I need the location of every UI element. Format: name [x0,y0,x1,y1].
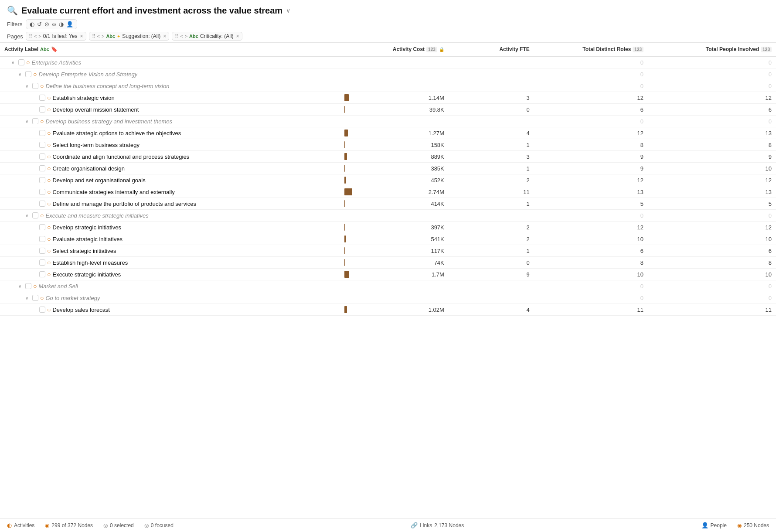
fte-value: 1 [449,245,534,257]
row-checkbox[interactable] [39,259,45,266]
activity-name-text[interactable]: Coordinate and align functional and proc… [52,153,189,160]
row-checkbox[interactable] [32,83,38,89]
table-row: ∨○Develop Enterprise Vision and Strategy… [0,68,776,80]
page-nav-left-1[interactable]: < [34,34,37,39]
page-nav-right-3[interactable]: > [185,34,187,39]
bar-cell [342,269,363,280]
activity-name-text[interactable]: Evaluate strategic options to achieve th… [52,130,181,136]
row-checkbox[interactable] [18,59,24,65]
filter-icon-1[interactable]: ◐ [29,21,35,27]
row-checkbox[interactable] [39,165,45,171]
activity-cell: ○Develop overall mission statement [0,104,342,116]
col-label-fte: Activity FTE [499,46,529,52]
activity-name-text[interactable]: Establish high-level measures [52,259,128,266]
people-value: 0 [648,80,776,92]
filter-icons-group: ◐ ↺ ⊘ ∞ ◑ 👤 [26,19,77,29]
page-nav-left-3[interactable]: < [180,34,183,39]
expand-icon[interactable]: ∨ [25,213,31,218]
circle-status-icon: ○ [47,271,51,278]
fte-value [449,280,534,292]
row-checkbox[interactable] [39,130,45,136]
row-checkbox[interactable] [39,153,45,160]
activity-name-text[interactable]: Develop sales forecast [52,307,110,313]
activity-cell: ○Execute strategic initiatives [0,269,342,280]
page-nav-right-2[interactable]: > [102,34,104,39]
people-zero: 0 [769,212,772,219]
filter-icon-5[interactable]: ◑ [58,21,65,27]
fte-value: 1 [449,139,534,151]
people-zero: 0 [769,295,772,301]
row-checkbox[interactable] [39,307,45,313]
filter-icon-4[interactable]: ∞ [51,21,57,27]
expand-icon[interactable]: ∨ [25,84,31,89]
fte-value: 1 [449,198,534,210]
activity-cell: ∨○Market and Sell [0,280,342,292]
col-label-people: Total People Involved [706,46,759,52]
row-checkbox[interactable] [32,118,38,124]
row-checkbox[interactable] [39,224,45,230]
row-checkbox[interactable] [39,142,45,148]
fte-value: 3 [449,151,534,163]
col-label-activity: Activity Label [4,46,38,52]
row-checkbox[interactable] [32,295,38,301]
filter-icon-2[interactable]: ↺ [36,21,43,27]
row-checkbox[interactable] [39,95,45,101]
row-checkbox[interactable] [39,248,45,254]
cost-value: 385K [363,163,449,174]
title-chevron-icon[interactable]: ∨ [286,7,290,14]
expand-icon[interactable]: ∨ [18,72,24,77]
cost-value: 1.7M [363,269,449,280]
row-checkbox[interactable] [39,106,45,113]
col-header-activity-label: Activity Label Abc 🔖 [0,43,342,56]
table-header-row: Activity Label Abc 🔖 Activity Cost 123 🔒 [0,43,776,56]
row-checkbox[interactable] [39,201,45,207]
activity-name-text[interactable]: Communicate strategies internally and ex… [52,189,174,195]
activity-name-text[interactable]: Select long-term business strategy [52,142,139,148]
col-badge-roles: 123 [633,47,643,52]
activity-name-text[interactable]: Evaluate strategic initiatives [52,236,122,242]
people-value: 0 [648,280,776,292]
row-checkbox[interactable] [25,283,31,289]
bar-cell [342,151,363,163]
fte-value [449,210,534,222]
row-checkbox[interactable] [32,212,38,218]
activity-name-text[interactable]: Execute strategic initiatives [52,271,121,278]
roles-value: 9 [534,163,648,174]
fte-value [449,116,534,127]
activity-name-text[interactable]: Create organisational design [52,165,125,172]
expand-icon[interactable]: ∨ [18,284,24,289]
page-nav-left-2[interactable]: < [97,34,100,39]
activity-name-text[interactable]: Develop overall mission statement [52,106,139,113]
star-icon-1: ✦ [117,34,120,39]
bar-cell [342,104,363,116]
activity-cell: ○Select strategic initiatives [0,245,342,257]
circle-status-icon: ○ [47,177,51,184]
row-checkbox[interactable] [39,189,45,195]
activity-name-text[interactable]: Select strategic initiatives [52,248,116,254]
people-zero: 0 [769,118,772,125]
expand-icon[interactable]: ∨ [11,60,17,65]
activity-name-text[interactable]: Define and manage the portfolio of produ… [52,201,196,207]
activity-name-text[interactable]: Establish strategic vision [52,95,114,101]
activity-name-text[interactable]: Develop and set organisational goals [52,177,145,184]
page-nav-right-1[interactable]: > [38,34,41,39]
activity-bar [344,235,346,242]
page-filter-suggestion-close[interactable]: × [163,33,166,39]
people-value: 10 [648,269,776,280]
row-checkbox[interactable] [39,177,45,183]
row-checkbox[interactable] [39,236,45,242]
filter-icon-6[interactable]: 👤 [65,21,74,27]
cost-value: 889K [363,151,449,163]
page-filter-criticality-close[interactable]: × [236,33,239,39]
page-filter-leaf-close[interactable]: × [80,33,83,39]
main-table: Activity Label Abc 🔖 Activity Cost 123 🔒 [0,43,776,316]
roles-value: 0 [534,56,648,68]
expand-icon[interactable]: ∨ [25,296,31,300]
expand-icon[interactable]: ∨ [25,119,31,124]
activity-name-text[interactable]: Develop strategic initiatives [52,224,121,231]
roles-zero: 0 [640,212,643,219]
filter-icon-3[interactable]: ⊘ [44,21,50,27]
roles-value: 13 [534,186,648,198]
row-checkbox[interactable] [25,71,31,77]
row-checkbox[interactable] [39,271,45,277]
